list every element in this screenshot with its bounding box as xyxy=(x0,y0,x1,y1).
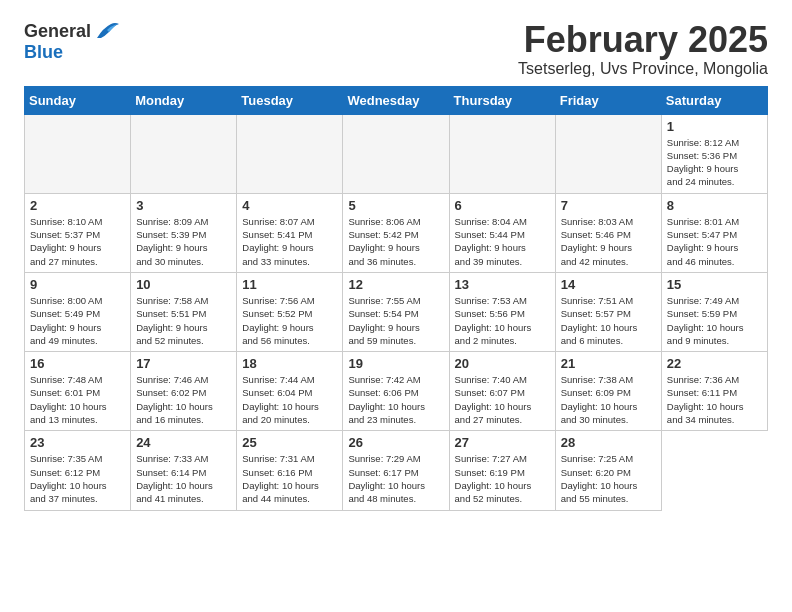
weekday-header-friday: Friday xyxy=(555,86,661,114)
day-number: 10 xyxy=(136,277,231,292)
calendar-day-22: 22Sunrise: 7:36 AM Sunset: 6:11 PM Dayli… xyxy=(661,352,767,431)
day-info: Sunrise: 7:31 AM Sunset: 6:16 PM Dayligh… xyxy=(242,452,337,505)
day-info: Sunrise: 7:38 AM Sunset: 6:09 PM Dayligh… xyxy=(561,373,656,426)
day-number: 1 xyxy=(667,119,762,134)
day-info: Sunrise: 7:42 AM Sunset: 6:06 PM Dayligh… xyxy=(348,373,443,426)
calendar-day-16: 16Sunrise: 7:48 AM Sunset: 6:01 PM Dayli… xyxy=(25,352,131,431)
day-number: 25 xyxy=(242,435,337,450)
calendar-week-row: 2Sunrise: 8:10 AM Sunset: 5:37 PM Daylig… xyxy=(25,193,768,272)
calendar-day-4: 4Sunrise: 8:07 AM Sunset: 5:41 PM Daylig… xyxy=(237,193,343,272)
day-info: Sunrise: 7:40 AM Sunset: 6:07 PM Dayligh… xyxy=(455,373,550,426)
calendar-day-empty xyxy=(131,114,237,193)
calendar-day-24: 24Sunrise: 7:33 AM Sunset: 6:14 PM Dayli… xyxy=(131,431,237,510)
day-number: 3 xyxy=(136,198,231,213)
calendar-day-empty xyxy=(343,114,449,193)
calendar-day-12: 12Sunrise: 7:55 AM Sunset: 5:54 PM Dayli… xyxy=(343,272,449,351)
calendar-day-8: 8Sunrise: 8:01 AM Sunset: 5:47 PM Daylig… xyxy=(661,193,767,272)
day-number: 5 xyxy=(348,198,443,213)
day-info: Sunrise: 7:33 AM Sunset: 6:14 PM Dayligh… xyxy=(136,452,231,505)
calendar-day-9: 9Sunrise: 8:00 AM Sunset: 5:49 PM Daylig… xyxy=(25,272,131,351)
day-info: Sunrise: 8:07 AM Sunset: 5:41 PM Dayligh… xyxy=(242,215,337,268)
calendar-table: SundayMondayTuesdayWednesdayThursdayFrid… xyxy=(24,86,768,511)
calendar-day-26: 26Sunrise: 7:29 AM Sunset: 6:17 PM Dayli… xyxy=(343,431,449,510)
logo: General Blue xyxy=(24,20,121,63)
weekday-header-thursday: Thursday xyxy=(449,86,555,114)
calendar-day-10: 10Sunrise: 7:58 AM Sunset: 5:51 PM Dayli… xyxy=(131,272,237,351)
calendar-day-5: 5Sunrise: 8:06 AM Sunset: 5:42 PM Daylig… xyxy=(343,193,449,272)
day-info: Sunrise: 7:48 AM Sunset: 6:01 PM Dayligh… xyxy=(30,373,125,426)
day-number: 22 xyxy=(667,356,762,371)
day-number: 16 xyxy=(30,356,125,371)
day-number: 11 xyxy=(242,277,337,292)
calendar-day-17: 17Sunrise: 7:46 AM Sunset: 6:02 PM Dayli… xyxy=(131,352,237,431)
day-info: Sunrise: 7:29 AM Sunset: 6:17 PM Dayligh… xyxy=(348,452,443,505)
calendar-body: 1Sunrise: 8:12 AM Sunset: 5:36 PM Daylig… xyxy=(25,114,768,510)
calendar-week-row: 16Sunrise: 7:48 AM Sunset: 6:01 PM Dayli… xyxy=(25,352,768,431)
location-title: Tsetserleg, Uvs Province, Mongolia xyxy=(518,60,768,78)
day-number: 19 xyxy=(348,356,443,371)
day-info: Sunrise: 8:01 AM Sunset: 5:47 PM Dayligh… xyxy=(667,215,762,268)
day-info: Sunrise: 8:09 AM Sunset: 5:39 PM Dayligh… xyxy=(136,215,231,268)
calendar-week-row: 9Sunrise: 8:00 AM Sunset: 5:49 PM Daylig… xyxy=(25,272,768,351)
day-number: 13 xyxy=(455,277,550,292)
calendar-week-row: 23Sunrise: 7:35 AM Sunset: 6:12 PM Dayli… xyxy=(25,431,768,510)
weekday-header-tuesday: Tuesday xyxy=(237,86,343,114)
calendar-day-27: 27Sunrise: 7:27 AM Sunset: 6:19 PM Dayli… xyxy=(449,431,555,510)
day-number: 20 xyxy=(455,356,550,371)
day-number: 14 xyxy=(561,277,656,292)
page-header: General Blue February 2025 Tsetserleg, U… xyxy=(24,20,768,78)
day-info: Sunrise: 7:51 AM Sunset: 5:57 PM Dayligh… xyxy=(561,294,656,347)
day-number: 18 xyxy=(242,356,337,371)
day-number: 21 xyxy=(561,356,656,371)
calendar-day-23: 23Sunrise: 7:35 AM Sunset: 6:12 PM Dayli… xyxy=(25,431,131,510)
day-info: Sunrise: 8:06 AM Sunset: 5:42 PM Dayligh… xyxy=(348,215,443,268)
calendar-day-1: 1Sunrise: 8:12 AM Sunset: 5:36 PM Daylig… xyxy=(661,114,767,193)
day-info: Sunrise: 8:03 AM Sunset: 5:46 PM Dayligh… xyxy=(561,215,656,268)
calendar-day-19: 19Sunrise: 7:42 AM Sunset: 6:06 PM Dayli… xyxy=(343,352,449,431)
calendar-header-row: SundayMondayTuesdayWednesdayThursdayFrid… xyxy=(25,86,768,114)
calendar-day-14: 14Sunrise: 7:51 AM Sunset: 5:57 PM Dayli… xyxy=(555,272,661,351)
calendar-day-18: 18Sunrise: 7:44 AM Sunset: 6:04 PM Dayli… xyxy=(237,352,343,431)
day-number: 8 xyxy=(667,198,762,213)
day-number: 24 xyxy=(136,435,231,450)
calendar-day-15: 15Sunrise: 7:49 AM Sunset: 5:59 PM Dayli… xyxy=(661,272,767,351)
day-number: 17 xyxy=(136,356,231,371)
title-block: February 2025 Tsetserleg, Uvs Province, … xyxy=(518,20,768,78)
day-info: Sunrise: 7:58 AM Sunset: 5:51 PM Dayligh… xyxy=(136,294,231,347)
calendar-day-empty xyxy=(555,114,661,193)
calendar-day-2: 2Sunrise: 8:10 AM Sunset: 5:37 PM Daylig… xyxy=(25,193,131,272)
logo-bird-icon xyxy=(93,20,121,42)
day-info: Sunrise: 8:10 AM Sunset: 5:37 PM Dayligh… xyxy=(30,215,125,268)
calendar-day-6: 6Sunrise: 8:04 AM Sunset: 5:44 PM Daylig… xyxy=(449,193,555,272)
day-info: Sunrise: 7:44 AM Sunset: 6:04 PM Dayligh… xyxy=(242,373,337,426)
calendar-day-13: 13Sunrise: 7:53 AM Sunset: 5:56 PM Dayli… xyxy=(449,272,555,351)
weekday-header-sunday: Sunday xyxy=(25,86,131,114)
day-info: Sunrise: 7:46 AM Sunset: 6:02 PM Dayligh… xyxy=(136,373,231,426)
day-info: Sunrise: 8:12 AM Sunset: 5:36 PM Dayligh… xyxy=(667,136,762,189)
month-title: February 2025 xyxy=(518,20,768,60)
day-info: Sunrise: 8:00 AM Sunset: 5:49 PM Dayligh… xyxy=(30,294,125,347)
weekday-header-monday: Monday xyxy=(131,86,237,114)
logo-blue: Blue xyxy=(24,42,63,62)
day-number: 12 xyxy=(348,277,443,292)
day-number: 4 xyxy=(242,198,337,213)
day-number: 23 xyxy=(30,435,125,450)
calendar-day-7: 7Sunrise: 8:03 AM Sunset: 5:46 PM Daylig… xyxy=(555,193,661,272)
calendar-day-25: 25Sunrise: 7:31 AM Sunset: 6:16 PM Dayli… xyxy=(237,431,343,510)
day-number: 9 xyxy=(30,277,125,292)
day-number: 28 xyxy=(561,435,656,450)
day-number: 26 xyxy=(348,435,443,450)
weekday-header-saturday: Saturday xyxy=(661,86,767,114)
day-info: Sunrise: 8:04 AM Sunset: 5:44 PM Dayligh… xyxy=(455,215,550,268)
day-number: 7 xyxy=(561,198,656,213)
day-info: Sunrise: 7:25 AM Sunset: 6:20 PM Dayligh… xyxy=(561,452,656,505)
day-number: 6 xyxy=(455,198,550,213)
day-number: 15 xyxy=(667,277,762,292)
day-info: Sunrise: 7:27 AM Sunset: 6:19 PM Dayligh… xyxy=(455,452,550,505)
calendar-week-row: 1Sunrise: 8:12 AM Sunset: 5:36 PM Daylig… xyxy=(25,114,768,193)
day-info: Sunrise: 7:36 AM Sunset: 6:11 PM Dayligh… xyxy=(667,373,762,426)
day-info: Sunrise: 7:55 AM Sunset: 5:54 PM Dayligh… xyxy=(348,294,443,347)
calendar-day-11: 11Sunrise: 7:56 AM Sunset: 5:52 PM Dayli… xyxy=(237,272,343,351)
day-info: Sunrise: 7:49 AM Sunset: 5:59 PM Dayligh… xyxy=(667,294,762,347)
day-info: Sunrise: 7:56 AM Sunset: 5:52 PM Dayligh… xyxy=(242,294,337,347)
